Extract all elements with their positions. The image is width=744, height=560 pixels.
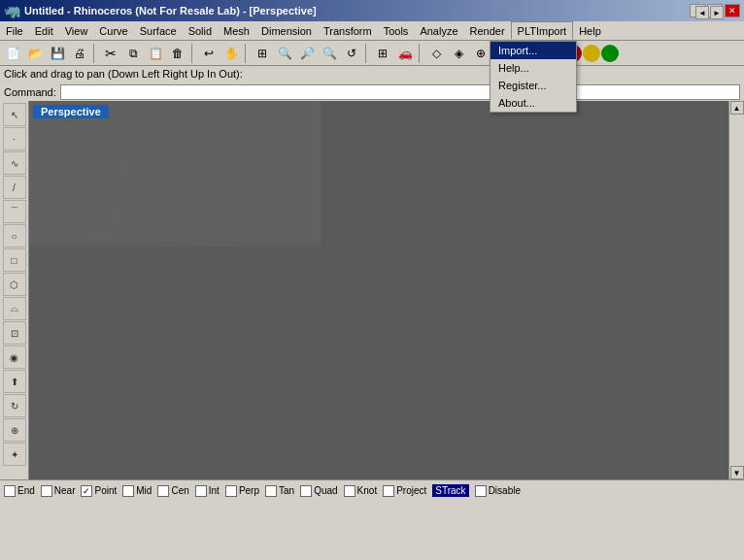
snap-end[interactable]: End xyxy=(4,485,35,497)
snap-perp[interactable]: Perp xyxy=(225,485,259,497)
copy-button[interactable]: ⧉ xyxy=(122,43,144,64)
svg-rect-0 xyxy=(29,101,321,247)
menu-analyze[interactable]: Analyze xyxy=(414,21,463,40)
color3-button[interactable] xyxy=(583,45,600,62)
menu-register[interactable]: Register... xyxy=(490,77,576,94)
paste-button[interactable]: 📋 xyxy=(145,43,166,64)
left-point[interactable]: · xyxy=(3,127,26,150)
new-button[interactable]: 📄 xyxy=(2,43,23,64)
snap-tan[interactable]: Tan xyxy=(265,485,294,497)
snap1-button[interactable]: ◇ xyxy=(425,43,447,64)
title-text: Untitled - Rhinoceros (Not For Resale La… xyxy=(24,5,317,16)
left-move[interactable]: ✦ xyxy=(3,443,26,466)
viewport-canvas xyxy=(29,101,321,247)
snap-knot[interactable]: Knot xyxy=(344,485,378,497)
snap-near[interactable]: Near xyxy=(41,485,76,497)
snap-quad[interactable]: Quad xyxy=(300,485,337,497)
menu-mesh[interactable]: Mesh xyxy=(218,21,255,40)
undo-button[interactable]: ↩ xyxy=(198,43,220,64)
snap-int-label: Int xyxy=(209,485,220,496)
menu-dimension[interactable]: Dimension xyxy=(255,21,318,40)
menu-curve[interactable]: Curve xyxy=(93,21,133,40)
snap-int-checkbox[interactable] xyxy=(195,485,207,497)
rotate-button[interactable]: ↺ xyxy=(341,43,362,64)
snap-tan-label: Tan xyxy=(279,485,294,496)
snap-mid-checkbox[interactable] xyxy=(122,485,134,497)
snap-strack[interactable]: STrack xyxy=(432,484,468,497)
menu-plt-help[interactable]: Help... xyxy=(490,59,576,77)
left-curve[interactable]: ∿ xyxy=(3,151,26,175)
color4-button[interactable] xyxy=(601,45,619,62)
left-rect[interactable]: □ xyxy=(3,248,26,272)
cut-button[interactable]: ✂ xyxy=(100,43,121,64)
snap-near-label: Near xyxy=(54,485,76,496)
snap3-button[interactable]: ⊕ xyxy=(470,43,491,64)
left-line[interactable]: / xyxy=(3,176,26,199)
open-button[interactable]: 📂 xyxy=(24,43,46,64)
snap-knot-checkbox[interactable] xyxy=(344,485,355,497)
menu-import[interactable]: Import... xyxy=(490,42,576,59)
scroll-left[interactable]: ◄ xyxy=(695,6,709,19)
scroll-down[interactable]: ▼ xyxy=(730,466,744,479)
viewport[interactable]: Perspective xyxy=(29,101,728,479)
save-button[interactable]: 💾 xyxy=(47,43,68,64)
snap-point-checkbox[interactable] xyxy=(81,485,92,497)
snap-cen-label: Cen xyxy=(171,485,188,496)
zoom-ext-button[interactable]: ⊞ xyxy=(252,43,273,64)
left-sphere[interactable]: ◉ xyxy=(3,346,26,369)
menu-transform[interactable]: Transform xyxy=(318,21,378,40)
snap-mid[interactable]: Mid xyxy=(122,485,152,497)
snap-int[interactable]: Int xyxy=(195,485,220,497)
menu-edit[interactable]: Edit xyxy=(29,21,59,40)
snap-disable-checkbox[interactable] xyxy=(475,485,487,497)
snap2-button[interactable]: ◈ xyxy=(448,43,469,64)
menu-pltimport[interactable]: PLTImport xyxy=(511,21,574,40)
scroll-up[interactable]: ▲ xyxy=(730,101,744,115)
toolbar: 📄 📂 💾 🖨 ✂ ⧉ 📋 🗑 ↩ ✋ ⊞ 🔍 🔎 🔍 ↺ ⊞ 🚗 ◇ ◈ ⊕ … xyxy=(0,41,744,66)
left-revolve[interactable]: ↻ xyxy=(3,394,26,417)
delete-button[interactable]: 🗑 xyxy=(167,43,188,64)
print-button[interactable]: 🖨 xyxy=(69,43,90,64)
snap-cen[interactable]: Cen xyxy=(157,485,188,497)
app-icon: 🦏 xyxy=(4,3,20,18)
snap-project[interactable]: Project xyxy=(383,485,426,497)
left-fillet[interactable]: ⌓ xyxy=(3,297,26,320)
zoom-out-button[interactable]: 🔍 xyxy=(319,43,340,64)
left-extrude[interactable]: ⬆ xyxy=(3,370,26,393)
snap-quad-checkbox[interactable] xyxy=(300,485,312,497)
left-poly[interactable]: ⬡ xyxy=(3,273,26,296)
snap-point[interactable]: Point xyxy=(81,485,117,497)
menu-surface[interactable]: Surface xyxy=(134,21,183,40)
snap-tan-checkbox[interactable] xyxy=(265,485,277,497)
menu-file[interactable]: File xyxy=(0,21,29,40)
left-circle[interactable]: ○ xyxy=(3,224,26,247)
snap-disable[interactable]: Disable xyxy=(475,485,521,497)
zoom-win-button[interactable]: 🔍 xyxy=(274,43,295,64)
menu-render[interactable]: Render xyxy=(464,21,511,40)
menu-view[interactable]: View xyxy=(59,21,94,40)
pan-button[interactable]: ✋ xyxy=(220,43,242,64)
command-input[interactable] xyxy=(60,84,740,100)
snap-project-checkbox[interactable] xyxy=(383,485,394,497)
left-arc[interactable]: ⌒ xyxy=(3,200,26,223)
toolbar-sep-4 xyxy=(365,44,369,63)
menu-help[interactable]: Help xyxy=(573,21,607,40)
left-select[interactable]: ↖ xyxy=(3,103,26,126)
menu-solid[interactable]: Solid xyxy=(183,21,218,40)
snap-perp-checkbox[interactable] xyxy=(225,485,237,497)
left-boolean[interactable]: ⊕ xyxy=(3,418,26,442)
menu-tools[interactable]: Tools xyxy=(378,21,415,40)
title-bar-left: 🦏 Untitled - Rhinoceros (Not For Resale … xyxy=(4,3,317,18)
snap-end-checkbox[interactable] xyxy=(4,485,16,497)
menu-about[interactable]: About... xyxy=(490,94,576,112)
viewport-4-button[interactable]: ⊞ xyxy=(372,43,393,64)
left-surface[interactable]: ⊡ xyxy=(3,321,26,345)
snap-cen-checkbox[interactable] xyxy=(157,485,169,497)
title-bar: 🦏 Untitled - Rhinoceros (Not For Resale … xyxy=(0,0,744,21)
snap-mid-label: Mid xyxy=(136,485,152,496)
snap-quad-label: Quad xyxy=(314,485,337,496)
snap-near-checkbox[interactable] xyxy=(41,485,52,497)
car-button[interactable]: 🚗 xyxy=(394,43,416,64)
scroll-right[interactable]: ► xyxy=(710,6,724,19)
zoom-in-button[interactable]: 🔎 xyxy=(296,43,318,64)
